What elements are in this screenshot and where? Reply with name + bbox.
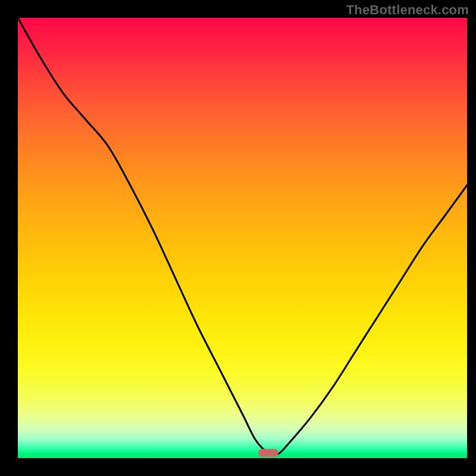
- chart-frame: TheBottleneck.com: [0, 0, 476, 476]
- minimum-marker: [258, 449, 278, 457]
- bottleneck-curve: [18, 18, 467, 458]
- plot-area: [18, 18, 467, 458]
- watermark-label: TheBottleneck.com: [346, 2, 469, 18]
